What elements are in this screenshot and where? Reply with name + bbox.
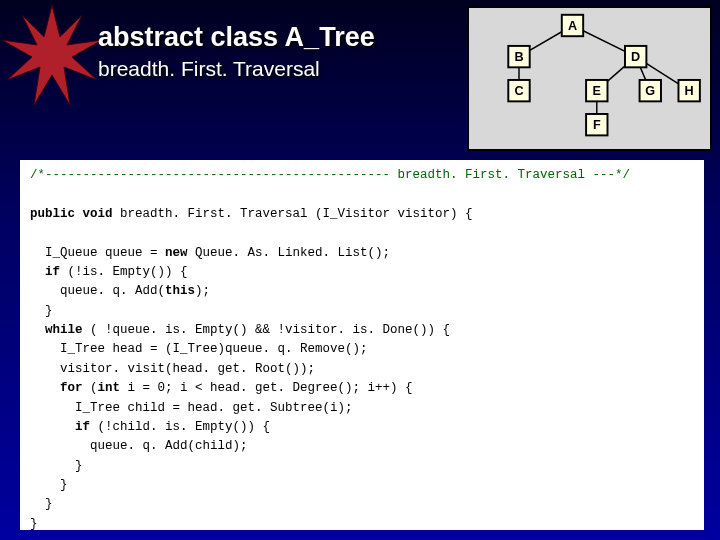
title-sub: breadth. First. Traversal xyxy=(98,57,458,81)
tree-diagram: A B D C E G H F xyxy=(467,6,712,151)
code-text: /*--------------------------------------… xyxy=(30,166,694,530)
svg-text:G: G xyxy=(645,84,655,98)
tree-node-C: C xyxy=(508,80,529,101)
svg-text:B: B xyxy=(514,50,523,64)
tree-node-F: F xyxy=(586,114,607,135)
tree-node-B: B xyxy=(508,46,529,67)
tree-node-A: A xyxy=(562,15,583,36)
slide-title: abstract class A_Tree breadth. First. Tr… xyxy=(98,22,458,112)
svg-text:E: E xyxy=(593,84,601,98)
code-block: /*--------------------------------------… xyxy=(20,160,704,530)
svg-text:D: D xyxy=(631,50,640,64)
svg-text:H: H xyxy=(685,84,694,98)
title-main: abstract class A_Tree xyxy=(98,22,458,53)
tree-node-E: E xyxy=(586,80,607,101)
tree-node-D: D xyxy=(625,46,646,67)
starburst-icon xyxy=(2,5,102,115)
tree-node-G: G xyxy=(640,80,661,101)
svg-text:C: C xyxy=(514,84,523,98)
svg-text:F: F xyxy=(593,118,601,132)
svg-text:A: A xyxy=(568,19,577,33)
svg-marker-0 xyxy=(2,5,102,105)
tree-node-H: H xyxy=(678,80,699,101)
